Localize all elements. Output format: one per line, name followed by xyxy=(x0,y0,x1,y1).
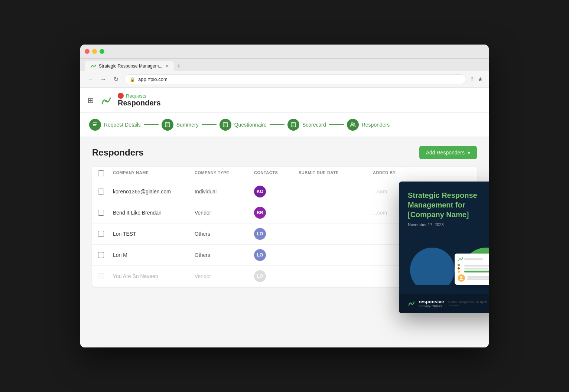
svg-point-15 xyxy=(460,276,462,278)
refresh-button[interactable]: ↻ xyxy=(111,75,120,84)
popup-illustration xyxy=(399,233,489,285)
contacts-4: LO xyxy=(254,249,299,261)
svg-rect-8 xyxy=(224,124,227,124)
popup-date: November 17, 2023 xyxy=(408,222,489,227)
traffic-lights xyxy=(85,49,104,54)
breadcrumb-parent[interactable]: Requests xyxy=(126,93,146,99)
address-bar[interactable]: 🔒 app.rfpio.com xyxy=(124,74,466,84)
mock-dot-red xyxy=(458,267,460,270)
col-contacts: CONTACTS xyxy=(254,170,299,177)
row-checkbox-5[interactable] xyxy=(98,273,104,279)
svg-rect-9 xyxy=(224,125,226,125)
breadcrumb: Requests xyxy=(118,93,161,99)
breadcrumb-nav: Requests Responders xyxy=(118,93,161,107)
minimize-dot[interactable] xyxy=(92,49,97,54)
step-label-questionnaire: Questionnaire xyxy=(234,122,267,128)
step-request-details[interactable]: Request Details xyxy=(89,119,141,131)
row-checkbox-3[interactable] xyxy=(98,231,104,237)
company-type-3: Others xyxy=(195,231,254,237)
mac-window: Strategic Response Managem... × + ← → ↻ … xyxy=(80,45,489,347)
mock-avatar xyxy=(458,274,465,282)
step-questionnaire[interactable]: Questionnaire xyxy=(220,119,267,131)
mock-dot-green xyxy=(458,264,460,266)
company-name-4: Lori M xyxy=(113,252,195,258)
add-responders-label: Add Responders xyxy=(426,150,465,156)
company-type-4: Others xyxy=(195,252,254,258)
row-checkbox-cell-4 xyxy=(98,252,113,258)
requests-icon xyxy=(118,93,124,99)
company-type-1: Individual xyxy=(195,189,254,195)
mock-dots xyxy=(458,264,460,273)
step-icon-request-details xyxy=(89,119,101,131)
company-name-2: Bend It Like Brendan xyxy=(113,210,195,216)
popup-content: Strategic Response Management for [Compa… xyxy=(399,182,489,294)
lock-icon: 🔒 xyxy=(130,77,135,82)
popup-copyright: © 2023, Responsive. All rights reserved. xyxy=(448,300,489,307)
row-checkbox-cell xyxy=(98,189,113,195)
col-company-name: COMPANY NAME xyxy=(113,170,195,177)
share-icon[interactable]: ⇧ xyxy=(470,76,475,83)
step-divider-2 xyxy=(202,124,217,125)
step-divider-4 xyxy=(329,124,344,125)
active-tab[interactable]: Strategic Response Managem... × xyxy=(85,61,174,71)
table-header: COMPANY NAME COMPANY TYPE CONTACTS SUBMI… xyxy=(92,167,477,181)
col-company-type: COMPANY TYPE xyxy=(195,170,254,177)
add-responders-button[interactable]: Add Responders ▾ xyxy=(419,146,477,159)
company-name-1: koreno1365@glalen.com xyxy=(113,189,195,195)
tab-title: Strategic Response Managem... xyxy=(99,63,162,69)
main-content: Responders Add Responders ▾ COMPANY NAME… xyxy=(80,137,489,296)
grid-icon[interactable]: ⊞ xyxy=(88,96,94,105)
step-label-request-details: Request Details xyxy=(104,122,141,128)
mock-ui-card xyxy=(455,254,489,285)
row-checkbox-2[interactable] xyxy=(98,210,104,216)
row-checkbox-cell-5 xyxy=(98,273,113,279)
maximize-dot[interactable] xyxy=(100,49,104,54)
step-icon-scorecard xyxy=(287,119,299,131)
steps-nav: Request Details Summery xyxy=(80,113,489,137)
step-icon-responders xyxy=(347,119,359,131)
app-logo xyxy=(100,94,112,106)
address-bar-row: ← → ↻ 🔒 app.rfpio.com ⇧ ★ xyxy=(80,71,489,88)
contact-avatar-4: LO xyxy=(254,249,266,261)
responders-table: COMPANY NAME COMPANY TYPE CONTACTS SUBMI… xyxy=(92,167,477,287)
tab-close-button[interactable]: × xyxy=(165,63,168,69)
row-checkbox-cell-2 xyxy=(98,210,113,216)
back-button[interactable]: ← xyxy=(86,75,95,84)
bookmark-icon[interactable]: ★ xyxy=(478,76,483,83)
step-divider-3 xyxy=(270,124,284,125)
select-all-checkbox[interactable] xyxy=(98,170,104,176)
row-checkbox-1[interactable] xyxy=(98,189,104,195)
contact-avatar-2: BR xyxy=(254,207,266,219)
mock-person-icon xyxy=(459,275,464,281)
forward-button[interactable]: → xyxy=(99,75,108,84)
popup-logo-svg xyxy=(408,300,415,307)
svg-rect-11 xyxy=(292,124,295,124)
step-scorecard[interactable]: Scorecard xyxy=(287,119,326,131)
col-added-by: ADDED BY xyxy=(373,170,471,177)
contact-avatar-1: KO xyxy=(254,186,266,197)
close-dot[interactable] xyxy=(85,49,90,54)
browser-chrome: Strategic Response Managem... × + ← → ↻ … xyxy=(80,59,489,88)
step-responders[interactable]: Responders xyxy=(347,119,390,131)
shape-blue xyxy=(410,248,455,285)
step-label-summery: Summery xyxy=(176,122,199,128)
popup-title: Strategic Response Management for [Compa… xyxy=(408,190,489,219)
url-text: app.rfpio.com xyxy=(138,76,168,82)
new-tab-button[interactable]: + xyxy=(174,61,184,71)
svg-rect-3 xyxy=(93,125,96,126)
tab-logo-icon xyxy=(90,63,96,69)
step-label-scorecard: Scorecard xyxy=(302,122,326,128)
svg-rect-1 xyxy=(93,122,97,123)
mock-dot-yellow xyxy=(458,271,460,273)
contacts-5: LO xyxy=(254,270,299,282)
svg-point-0 xyxy=(105,100,107,102)
step-icon-summery xyxy=(162,119,173,131)
popup-logo-text-group: responsive formerly RFPIO xyxy=(419,299,444,308)
row-checkbox-4[interactable] xyxy=(98,252,104,258)
popup-logo-sub: formerly RFPIO xyxy=(419,304,444,308)
contact-avatar-3: LO xyxy=(254,228,266,240)
app-content: ⊞ Requests Responders xyxy=(80,88,489,347)
step-summery[interactable]: Summery xyxy=(162,119,199,131)
step-icon-questionnaire xyxy=(220,119,231,131)
col-checkbox[interactable] xyxy=(98,170,113,177)
